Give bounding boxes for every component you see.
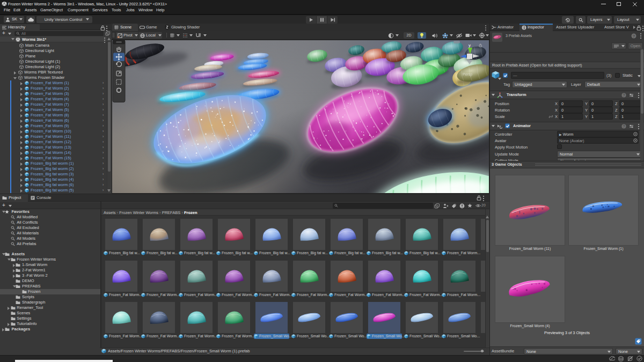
svg-text:?: ? xyxy=(623,93,625,97)
svg-text:?: ? xyxy=(623,124,625,128)
svg-text:y: y xyxy=(469,43,471,48)
svg-text:Persp: Persp xyxy=(463,72,472,77)
svg-text:?: ? xyxy=(633,34,635,38)
